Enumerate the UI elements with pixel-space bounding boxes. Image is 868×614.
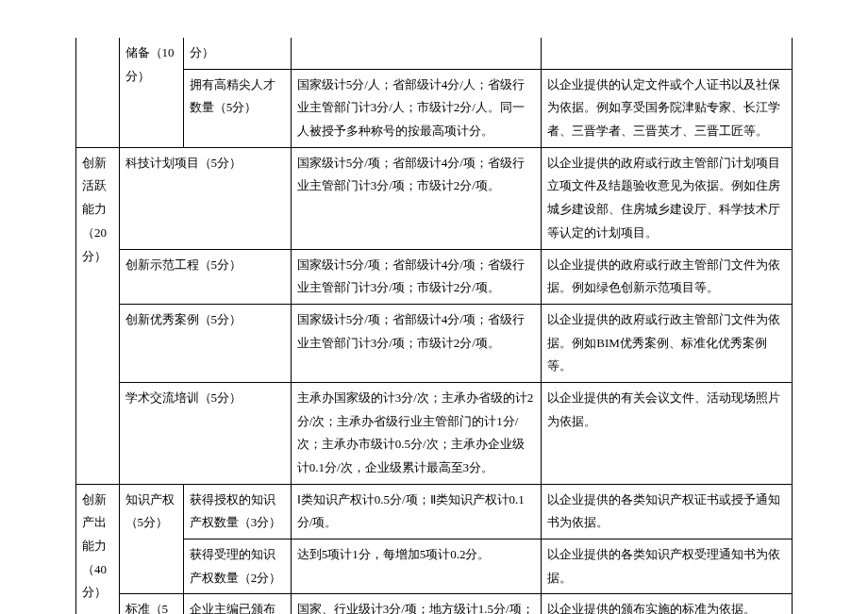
cell-scoring-ip-auth: Ⅰ类知识产权计0.5分/项；Ⅱ类知识产权计0.1分/项。 xyxy=(291,484,542,539)
table-row: 创新优秀案例（5分） 国家级计5分/项；省部级计4分/项；省级行业主管部门计3分… xyxy=(76,304,793,382)
table-row: 标准（5分） 企业主编已颁布标准数量（3分） 国家、行业级计3分/项；地方级计1… xyxy=(76,594,793,614)
cell-subcat-reserve: 储备（10分） xyxy=(119,38,183,147)
cell-basis-demo: 以企业提供的政府或行政主管部门文件为依据。例如绿色创新示范项目等。 xyxy=(542,249,793,304)
cell-item-ip-accept: 获得受理的知识产权数量（2分） xyxy=(183,539,291,594)
cell-item-standard: 企业主编已颁布标准数量（3分） xyxy=(183,594,291,614)
cell-basis-empty xyxy=(542,38,793,69)
cell-subcat-case: 创新优秀案例（5分） xyxy=(119,304,291,382)
cell-subcat-ip: 知识产权（5分） xyxy=(119,484,183,594)
table-row: 拥有高精尖人才数量（5分） 国家级计5分/人；省部级计4分/人；省级行业主管部门… xyxy=(76,69,793,147)
cell-basis-techplan: 以企业提供的政府或行政主管部门计划项目立项文件及结题验收意见为依据。例如住房城乡… xyxy=(542,147,793,249)
cell-subcat-techplan: 科技计划项目（5分） xyxy=(119,147,291,249)
cell-subcat-standard: 标准（5分） xyxy=(119,594,183,614)
table-row: 获得受理的知识产权数量（2分） 达到5项计1分，每增加5项计0.2分。 以企业提… xyxy=(76,539,793,594)
cell-scoring-talent: 国家级计5分/人；省部级计4分/人；省级行业主管部门计3分/人；市级计2分/人。… xyxy=(291,69,542,147)
cell-basis-ip-auth: 以企业提供的各类知识产权证书或授予通知书为依据。 xyxy=(542,484,793,539)
cell-basis-academic: 以企业提供的有关会议文件、活动现场照片为依据。 xyxy=(542,382,793,484)
cell-subcat-academic: 学术交流培训（5分） xyxy=(119,382,291,484)
cell-basis-standard: 以企业提供的颁布实施的标准为依据。 xyxy=(542,594,793,614)
table-row: 创新产出能力（40分） 知识产权（5分） 获得授权的知识产权数量（3分） Ⅰ类知… xyxy=(76,484,793,539)
cell-basis-talent: 以企业提供的认定文件或个人证书以及社保为依据。例如享受国务院津贴专家、长江学者、… xyxy=(542,69,793,147)
table-row: 创新示范工程（5分） 国家级计5分/项；省部级计4分/项；省级行业主管部门计3分… xyxy=(76,249,793,304)
cell-scoring-case: 国家级计5分/项；省部级计4分/项；省级行业主管部门计3分/项；市级计2分/项。 xyxy=(291,304,542,382)
cell-category-innovation-output: 创新产出能力（40分） xyxy=(76,484,120,614)
evaluation-table: 储备（10分） 分） 拥有高精尖人才数量（5分） 国家级计5分/人；省部级计4分… xyxy=(75,38,793,614)
table-row: 学术交流培训（5分） 主承办国家级的计3分/次；主承办省级的计2分/次；主承办省… xyxy=(76,382,793,484)
cell-scoring-empty xyxy=(291,38,542,69)
cell-item-talent: 拥有高精尖人才数量（5分） xyxy=(183,69,291,147)
cell-basis-ip-accept: 以企业提供的各类知识产权受理通知书为依据。 xyxy=(542,539,793,594)
cell-scoring-academic: 主承办国家级的计3分/次；主承办省级的计2分/次；主承办省级行业主管部门的计1分… xyxy=(291,382,542,484)
table-row: 创新活跃能力（20分） 科技计划项目（5分） 国家级计5分/项；省部级计4分/项… xyxy=(76,147,793,249)
cell-scoring-standard: 国家、行业级计3分/项；地方级计1.5分/项；团体级计1分/项；企业级计0.5分… xyxy=(291,594,542,614)
cell-item-fragment: 分） xyxy=(183,38,291,69)
cell-scoring-ip-accept: 达到5项计1分，每增加5项计0.2分。 xyxy=(291,539,542,594)
cell-item-ip-auth: 获得授权的知识产权数量（3分） xyxy=(183,484,291,539)
cell-basis-case: 以企业提供的政府或行政主管部门文件为依据。例如BIM优秀案例、标准化优秀案例等。 xyxy=(542,304,793,382)
table-row: 储备（10分） 分） xyxy=(76,38,793,69)
cell-subcat-demo: 创新示范工程（5分） xyxy=(119,249,291,304)
cell-category-innovation-activity: 创新活跃能力（20分） xyxy=(76,147,120,484)
cell-category-prev xyxy=(76,38,120,147)
cell-scoring-techplan: 国家级计5分/项；省部级计4分/项；省级行业主管部门计3分/项；市级计2分/项。 xyxy=(291,147,542,249)
cell-scoring-demo: 国家级计5分/项；省部级计4分/项；省级行业主管部门计3分/项；市级计2分/项。 xyxy=(291,249,542,304)
